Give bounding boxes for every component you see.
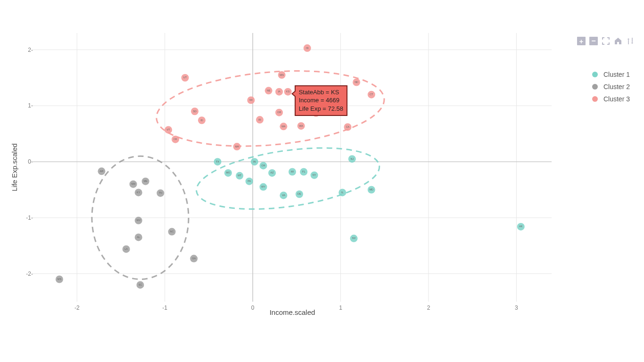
point-IN[interactable] xyxy=(251,158,258,165)
tooltip-line-life: Life Exp = 72.58 xyxy=(299,105,343,113)
point-OH[interactable] xyxy=(259,162,267,169)
point-WA[interactable] xyxy=(297,122,305,130)
zoom-out-icon[interactable]: − xyxy=(589,37,598,45)
cluster-2-swatch xyxy=(592,84,598,90)
cluster-1-ellipse xyxy=(193,138,383,219)
point-CA[interactable] xyxy=(344,123,351,131)
point-MD[interactable] xyxy=(368,186,375,194)
point-WY[interactable] xyxy=(259,183,267,191)
svg-rect-1 xyxy=(628,40,629,44)
point-VT[interactable] xyxy=(165,126,172,133)
legend-label: Cluster 3 xyxy=(603,95,630,103)
point-VA[interactable] xyxy=(280,191,287,199)
point-LA[interactable] xyxy=(123,245,130,253)
y-tick-label: -2 xyxy=(18,271,31,277)
x-tick-label: -2 xyxy=(74,304,80,311)
zoom-in-icon[interactable]: + xyxy=(577,37,586,45)
point-WI[interactable] xyxy=(247,97,255,104)
point-KS[interactable] xyxy=(284,88,292,96)
point-MO[interactable] xyxy=(224,169,232,177)
legend-label: Cluster 1 xyxy=(603,71,630,78)
point-MS[interactable] xyxy=(56,276,63,283)
settings-icon[interactable] xyxy=(626,37,635,45)
x-axis-title: Income.scaled xyxy=(270,308,315,316)
point-FL[interactable] xyxy=(300,168,307,176)
home-icon[interactable] xyxy=(614,37,622,45)
point-NV[interactable] xyxy=(350,235,358,242)
point-AZ[interactable] xyxy=(268,169,276,177)
x-tick-label: 3 xyxy=(515,304,518,311)
legend-item-cluster-2[interactable]: Cluster 2 xyxy=(592,83,630,90)
point-MA[interactable] xyxy=(280,123,287,130)
point-UT[interactable] xyxy=(182,74,189,82)
scatter-plot[interactable]: TXINOHMOMTPAAZWYMIFLNYVADEILNJMDNVAKARNM… xyxy=(33,33,552,302)
x-tick-label: 1 xyxy=(339,304,342,311)
y-tick-label: 2 xyxy=(18,47,31,53)
point-WV[interactable] xyxy=(135,217,142,224)
point-ME[interactable] xyxy=(142,178,149,185)
fullscreen-icon[interactable] xyxy=(602,37,610,45)
hover-tooltip: StateAbb = KS Income = 4669 Life Exp = 7… xyxy=(295,85,347,116)
point-IL[interactable] xyxy=(339,189,346,196)
point-RI[interactable] xyxy=(256,116,264,123)
point-ND[interactable] xyxy=(353,79,360,86)
cluster-3-swatch xyxy=(592,96,598,102)
y-tick-label: 0 xyxy=(18,158,31,165)
y-tick-label: -1 xyxy=(18,214,31,221)
point-OR[interactable] xyxy=(275,109,283,116)
point-TX[interactable] xyxy=(214,158,222,165)
point-DE[interactable] xyxy=(296,190,303,198)
point-MI[interactable] xyxy=(289,168,296,176)
point-NE[interactable] xyxy=(265,87,272,94)
point-NH[interactable] xyxy=(233,143,241,150)
svg-rect-3 xyxy=(632,38,633,42)
point-KY[interactable] xyxy=(135,189,142,196)
point-SC[interactable] xyxy=(136,281,144,288)
legend-item-cluster-1[interactable]: Cluster 1 xyxy=(592,71,630,78)
x-tick-label: 0 xyxy=(251,304,255,311)
point-ID[interactable] xyxy=(198,116,206,124)
x-tick-label: 2 xyxy=(427,304,430,311)
legend-label: Cluster 2 xyxy=(603,83,630,90)
plot-toolbar: + − xyxy=(577,37,635,45)
point-IA[interactable] xyxy=(275,88,283,96)
cluster-1-swatch xyxy=(592,72,598,77)
tooltip-line-state: StateAbb = KS xyxy=(299,88,343,97)
point-CT[interactable] xyxy=(368,91,375,99)
point-PA[interactable] xyxy=(246,178,253,185)
point-NC[interactable] xyxy=(168,228,176,236)
svg-point-0 xyxy=(627,38,629,40)
point-NY[interactable] xyxy=(311,172,318,179)
tooltip-line-income: Income = 4669 xyxy=(299,96,343,105)
point-OK[interactable] xyxy=(172,136,179,143)
svg-point-2 xyxy=(631,42,633,43)
point-SD[interactable] xyxy=(191,107,198,115)
legend-item-cluster-3[interactable]: Cluster 3 xyxy=(592,95,630,103)
point-AR[interactable] xyxy=(98,167,105,175)
point-TN[interactable] xyxy=(157,189,164,197)
point-AK[interactable] xyxy=(517,223,525,230)
point-HI[interactable] xyxy=(304,44,311,52)
point-MN[interactable] xyxy=(278,71,286,79)
y-tick-label: 1 xyxy=(18,102,31,109)
legend: Cluster 1 Cluster 2 Cluster 3 xyxy=(592,66,630,107)
point-AL[interactable] xyxy=(135,233,142,241)
point-GA[interactable] xyxy=(190,255,198,263)
y-axis-title: Life Exp.scaled xyxy=(10,143,18,191)
x-tick-label: -1 xyxy=(162,304,167,311)
point-NM[interactable] xyxy=(130,181,137,188)
point-NJ[interactable] xyxy=(348,155,356,163)
point-MT[interactable] xyxy=(236,172,243,180)
